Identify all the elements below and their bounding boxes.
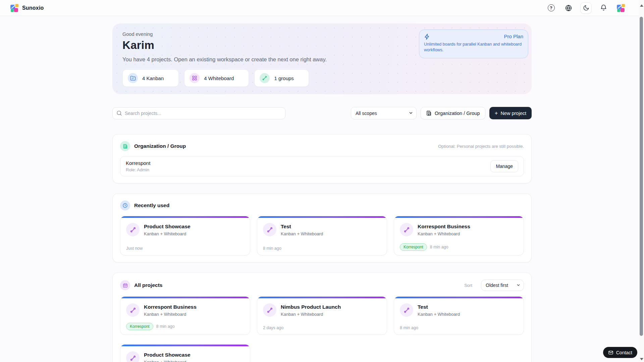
stats-row: 4 Kanban 4 Whiteboard bbox=[122, 69, 526, 87]
brand[interactable]: Sunoxio bbox=[10, 4, 44, 12]
plus-icon: + bbox=[495, 110, 498, 116]
project-time: 8 min ago bbox=[400, 325, 418, 330]
bell-icon bbox=[600, 4, 607, 11]
organization-section: Organization / Group Optional: Personal … bbox=[112, 134, 532, 183]
git-branch-icon bbox=[400, 303, 413, 317]
project-subtitle: Kanban + Whiteboard bbox=[418, 312, 460, 317]
organization-group-button[interactable]: Organization / Group bbox=[421, 107, 485, 119]
project-card[interactable]: Test Kanban + Whiteboard 8 min ago bbox=[394, 296, 524, 335]
project-time: 8 min ago bbox=[263, 246, 281, 251]
pro-plan-title: Pro Plan bbox=[504, 34, 523, 39]
organization-section-title: Organization / Group bbox=[134, 143, 186, 149]
search-input[interactable] bbox=[112, 107, 285, 119]
recent-project-card[interactable]: Korrespont Business Kanban + Whiteboard … bbox=[394, 216, 524, 255]
moon-icon bbox=[583, 5, 589, 11]
manage-button[interactable]: Manage bbox=[490, 160, 518, 172]
pro-plan-description: Unlimited boards for parallel Kanban and… bbox=[424, 42, 523, 53]
git-branch-icon bbox=[263, 303, 276, 317]
project-card[interactable]: Product Showcase Kanban + Whiteboard Jus… bbox=[120, 344, 250, 362]
lightning-bolt-icon bbox=[424, 34, 430, 40]
project-subtitle: Kanban + Whiteboard bbox=[144, 231, 191, 236]
organization-row[interactable]: Korrespont Role: Admin Manage bbox=[120, 156, 524, 176]
project-card[interactable]: Nimbus Product Launch Kanban + Whiteboar… bbox=[257, 296, 387, 335]
project-subtitle: Kanban + Whiteboard bbox=[281, 312, 341, 317]
contact-button[interactable]: Contact bbox=[603, 347, 637, 358]
stat-groups[interactable]: 1 groups bbox=[254, 69, 309, 87]
organization-role: Role: Admin bbox=[126, 167, 150, 172]
building-icon bbox=[426, 110, 432, 116]
contact-label: Contact bbox=[616, 350, 632, 355]
whiteboard-grid-icon bbox=[190, 73, 200, 83]
project-card[interactable]: Korrespont Business Kanban + Whiteboard … bbox=[120, 296, 250, 335]
help-button[interactable]: ? bbox=[545, 2, 557, 14]
organization-note: Optional: Personal projects are still po… bbox=[438, 144, 524, 149]
organization-group-label: Organization / Group bbox=[435, 111, 480, 116]
git-branch-icon bbox=[263, 223, 276, 236]
scroll-down-arrow-icon[interactable] bbox=[640, 358, 643, 360]
project-time: 8 min ago bbox=[430, 245, 448, 249]
project-title: Product Showcase bbox=[144, 351, 191, 358]
building-icon bbox=[120, 141, 130, 151]
project-title: Korrespont Business bbox=[418, 223, 470, 230]
groups-branch-icon bbox=[260, 73, 270, 83]
top-nav: Sunoxio ? bbox=[0, 0, 644, 16]
recently-used-title: Recently used bbox=[134, 202, 169, 208]
stat-whiteboard[interactable]: 4 Whiteboard bbox=[184, 69, 249, 87]
new-project-button[interactable]: + New project bbox=[489, 107, 532, 119]
org-badge: Korrespont bbox=[400, 243, 427, 251]
org-badge: Korrespont bbox=[126, 323, 153, 330]
notifications-button[interactable] bbox=[598, 2, 609, 14]
project-subtitle: Kanban + Whiteboard bbox=[144, 360, 191, 362]
git-branch-icon bbox=[126, 351, 140, 362]
project-subtitle: Kanban + Whiteboard bbox=[281, 231, 323, 236]
new-project-label: New project bbox=[500, 111, 526, 116]
project-time: Just now bbox=[126, 246, 143, 251]
stat-whiteboard-label: 4 Whiteboard bbox=[204, 75, 234, 81]
recent-project-card[interactable]: Product Showcase Kanban + Whiteboard Jus… bbox=[120, 216, 250, 255]
project-time: 8 min ago bbox=[156, 324, 175, 329]
account-avatar[interactable] bbox=[615, 2, 627, 14]
project-time: 2 days ago bbox=[263, 325, 283, 330]
all-projects-title: All projects bbox=[134, 282, 162, 288]
scroll-up-arrow-icon[interactable] bbox=[640, 4, 643, 7]
language-button[interactable] bbox=[563, 2, 574, 14]
help-icon: ? bbox=[548, 4, 555, 11]
git-branch-icon bbox=[126, 223, 140, 236]
git-branch-icon bbox=[400, 223, 413, 236]
avatar-logo-icon bbox=[616, 4, 625, 12]
stat-kanban[interactable]: 4 Kanban bbox=[122, 69, 179, 87]
project-title: Product Showcase bbox=[144, 223, 191, 230]
project-subtitle: Kanban + Whiteboard bbox=[144, 312, 197, 317]
globe-icon bbox=[565, 4, 572, 12]
search-icon bbox=[116, 110, 122, 116]
project-title: Test bbox=[281, 223, 323, 230]
projects-toolbar: All scopes Organization / Group + New pr bbox=[112, 107, 532, 119]
scope-select[interactable]: All scopes bbox=[351, 107, 417, 119]
theme-toggle-button[interactable] bbox=[580, 2, 592, 14]
project-subtitle: Kanban + Whiteboard bbox=[418, 231, 470, 236]
sort-label: Sort bbox=[464, 283, 472, 288]
project-title: Korrespont Business bbox=[144, 303, 197, 310]
organization-name: Korrespont bbox=[126, 160, 150, 166]
scrollbar-thumb[interactable] bbox=[640, 17, 643, 336]
brand-name: Sunoxio bbox=[22, 5, 44, 11]
nav-actions: ? bbox=[545, 2, 634, 14]
stat-groups-label: 1 groups bbox=[274, 75, 293, 81]
recent-project-card[interactable]: Test Kanban + Whiteboard 8 min ago bbox=[257, 216, 387, 255]
pro-plan-card[interactable]: Pro Plan Unlimited boards for parallel K… bbox=[419, 29, 528, 58]
page-scrollbar[interactable] bbox=[639, 0, 644, 362]
project-title: Nimbus Product Launch bbox=[281, 303, 341, 310]
all-projects-section: All projects Sort Oldest first bbox=[112, 273, 532, 362]
calendar-icon bbox=[120, 280, 130, 290]
project-title: Test bbox=[418, 303, 460, 310]
clock-icon bbox=[120, 200, 130, 210]
kanban-folder-icon bbox=[128, 73, 138, 83]
git-branch-icon bbox=[126, 303, 140, 317]
recently-used-section: Recently used Product Showc bbox=[112, 193, 532, 262]
envelope-icon bbox=[608, 350, 613, 355]
sunoxio-logo-icon bbox=[10, 4, 19, 12]
hero-banner: Good evening Karim You have 4 projects. … bbox=[112, 23, 532, 94]
stat-kanban-label: 4 Kanban bbox=[142, 75, 164, 81]
sort-select[interactable]: Oldest first bbox=[481, 280, 524, 291]
